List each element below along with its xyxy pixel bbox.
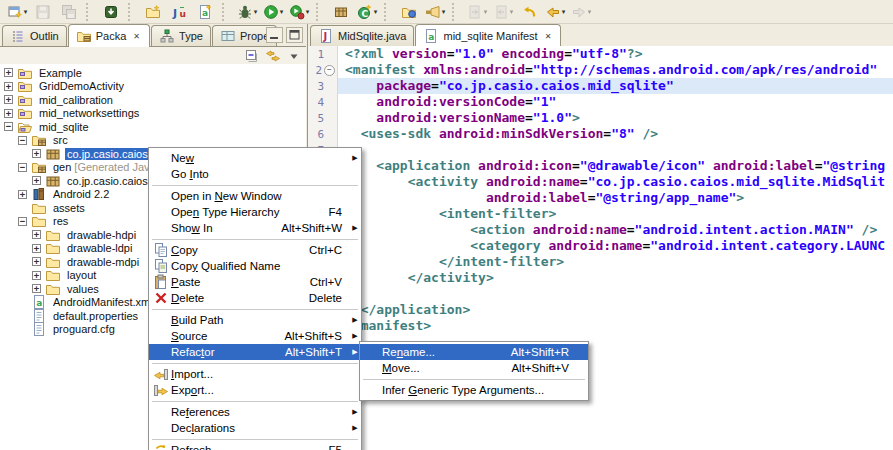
menu-item-copy[interactable]: CopyCtrl+C xyxy=(149,242,361,258)
collapse-icon[interactable]: − xyxy=(4,122,13,131)
expand-icon[interactable]: + xyxy=(32,149,41,158)
menu-item-import[interactable]: Import... xyxy=(149,366,361,382)
expand-icon[interactable]: + xyxy=(32,244,41,253)
editor-tab-midsqlite-java[interactable]: JMidSqlite.java xyxy=(310,25,414,46)
previous-annotation-button[interactable]: ▾ xyxy=(491,1,515,23)
dropdown-arrow-icon[interactable]: ▾ xyxy=(484,8,488,16)
collapse-icon[interactable]: − xyxy=(18,136,27,145)
dropdown-arrow-icon[interactable]: ▾ xyxy=(588,8,592,16)
new-android-xml-button[interactable]: a xyxy=(193,1,217,23)
junit-button[interactable]: Ju xyxy=(167,1,191,23)
dropdown-arrow-icon[interactable]: ▾ xyxy=(510,8,514,16)
expand-icon[interactable]: + xyxy=(4,95,13,104)
tree-item-mid-networksettings[interactable]: +mid_networksettings xyxy=(0,107,306,121)
menu-item-label: New xyxy=(171,152,350,164)
dropdown-arrow-icon[interactable]: ▾ xyxy=(280,8,284,16)
tab-label: Outlin xyxy=(30,30,59,42)
dropdown-arrow-icon[interactable]: ▾ xyxy=(24,8,28,16)
expand-icon[interactable]: + xyxy=(32,230,41,239)
collapse-all-button[interactable] xyxy=(244,48,260,64)
tree-item-label: values xyxy=(65,283,101,295)
submenu-item-rename[interactable]: Rename...Alt+Shift+R xyxy=(360,344,588,360)
save-button[interactable] xyxy=(31,1,55,23)
menu-shortcut: Alt+Shift+T xyxy=(285,346,342,358)
menu-item-export[interactable]: Export... xyxy=(149,382,361,398)
minimize-button[interactable] xyxy=(266,27,283,43)
menu-item-open-in-new-window[interactable]: Open in New Window xyxy=(149,188,361,204)
tab-packa[interactable]: Packa✕ xyxy=(68,24,150,47)
tree-item-example[interactable]: +Example xyxy=(0,66,306,80)
last-edit-location-button[interactable] xyxy=(517,1,541,23)
tree-item-mid-calibration[interactable]: +mid_calibration xyxy=(0,93,306,107)
menu-item-delete[interactable]: DeleteDelete xyxy=(149,290,361,306)
menu-item-refresh[interactable]: RefreshF5 xyxy=(149,442,361,450)
expand-icon[interactable]: + xyxy=(32,284,41,293)
expand-icon[interactable]: + xyxy=(4,109,13,118)
menu-item-source[interactable]: SourceAlt+Shift+S▶ xyxy=(149,328,361,344)
run-button[interactable]: ▾ xyxy=(261,1,285,23)
run-icon xyxy=(263,4,279,20)
line-number: 6 xyxy=(308,126,337,142)
debug-button[interactable]: ▾ xyxy=(235,1,259,23)
menu-item-label: Open in New Window xyxy=(171,190,350,202)
search-button[interactable]: ▾ xyxy=(423,1,447,23)
expand-icon[interactable]: + xyxy=(32,257,41,266)
collapse-icon[interactable]: − xyxy=(18,163,27,172)
expand-icon[interactable]: + xyxy=(18,190,27,199)
link-with-editor-button[interactable] xyxy=(265,48,281,64)
menu-separator xyxy=(152,185,358,186)
collapse-icon[interactable]: − xyxy=(18,217,27,226)
menu-item-open-type-hierarchy[interactable]: Open Type HierarchyF4 xyxy=(149,204,361,220)
menu-shortcut: Ctrl+C xyxy=(309,244,342,256)
menu-item-references[interactable]: References▶ xyxy=(149,404,361,420)
text-file-icon xyxy=(31,322,47,336)
menu-item-go-into[interactable]: Go Into xyxy=(149,166,361,182)
dropdown-arrow-icon[interactable]: ▾ xyxy=(374,8,378,16)
menu-item-copy-qualified-name[interactable]: Copy Qualified Name xyxy=(149,258,361,274)
tree-item-griddemoactivity[interactable]: +GridDemoActivity xyxy=(0,80,306,94)
submenu-item-move[interactable]: Move...Alt+Shift+V xyxy=(360,360,588,376)
maximize-button[interactable] xyxy=(286,27,303,43)
run-configurations-button[interactable]: ▾ xyxy=(287,1,311,23)
menu-item-show-in[interactable]: Show InAlt+Shift+W▶ xyxy=(149,220,361,236)
dropdown-arrow-icon[interactable]: ▾ xyxy=(306,8,310,16)
new-android-project-button[interactable] xyxy=(141,1,165,23)
menu-item-paste[interactable]: PasteCtrl+V xyxy=(149,274,361,290)
submenu-arrow-icon: ▶ xyxy=(350,224,360,232)
expand-icon[interactable]: + xyxy=(32,176,41,185)
menu-item-build-path[interactable]: Build Path▶ xyxy=(149,312,361,328)
editor-tab-mid-sqlite-manifest[interactable]: amid_sqlite Manifest✕ xyxy=(415,24,561,47)
submenu-arrow-icon: ▶ xyxy=(350,154,360,162)
close-icon[interactable]: ✕ xyxy=(131,31,142,42)
menu-item-new[interactable]: New▶ xyxy=(149,150,361,166)
line-number: 3 xyxy=(308,78,337,94)
forward-button[interactable]: ▾ xyxy=(569,1,593,23)
close-icon[interactable]: ✕ xyxy=(543,31,554,42)
svg-text:C: C xyxy=(361,8,368,18)
android-sdk-manager-button[interactable] xyxy=(99,1,123,23)
save-all-button[interactable] xyxy=(57,1,81,23)
menu-item-refactor[interactable]: RefactorAlt+Shift+T▶ xyxy=(149,344,361,360)
submenu-item-infer-generic-type-arguments[interactable]: Infer Generic Type Arguments... xyxy=(360,382,588,398)
dropdown-arrow-icon[interactable]: ▾ xyxy=(562,8,566,16)
expand-icon[interactable]: + xyxy=(32,271,41,280)
next-annotation-button[interactable]: ▾ xyxy=(465,1,489,23)
menu-item-declarations[interactable]: Declarations▶ xyxy=(149,420,361,436)
tab-outlin[interactable]: Outlin xyxy=(2,25,67,46)
open-task-button[interactable] xyxy=(397,1,421,23)
code-line xyxy=(338,142,893,158)
import-icon xyxy=(153,366,169,382)
new-wizard-button[interactable]: ▾ xyxy=(5,1,29,23)
dropdown-arrow-icon[interactable]: ▾ xyxy=(254,8,258,16)
tab-type[interactable]: Type xyxy=(151,25,211,46)
expand-icon[interactable]: + xyxy=(4,68,13,77)
fold-collapse-icon[interactable]: − xyxy=(324,65,335,76)
view-menu-button[interactable] xyxy=(286,48,302,64)
dropdown-arrow-icon[interactable]: ▾ xyxy=(442,8,446,16)
new-java-class-button[interactable]: C▾ xyxy=(355,1,379,23)
expand-icon[interactable]: + xyxy=(4,82,13,91)
back-button[interactable]: ▾ xyxy=(543,1,567,23)
tree-item-label: src xyxy=(51,134,70,146)
code-line: <intent-filter> xyxy=(338,206,893,222)
new-java-package-button[interactable] xyxy=(329,1,353,23)
